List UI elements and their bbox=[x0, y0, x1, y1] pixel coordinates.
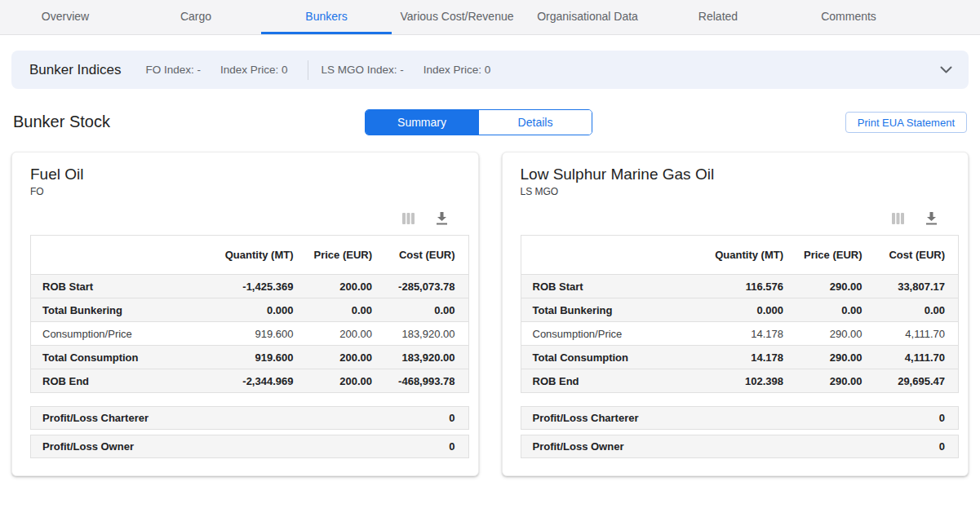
row-quantity: 919.600 bbox=[215, 322, 307, 346]
table-row-consumption-price: Consumption/Price 14.178 290.00 4,111.70 bbox=[521, 322, 959, 346]
pnl-value: 0 bbox=[939, 440, 958, 453]
pnl-value: 0 bbox=[449, 440, 468, 453]
table-columns-icon[interactable] bbox=[402, 213, 415, 224]
fuel-oil-table: Quantity (MT) Price (EUR) Cost (EUR) ROB… bbox=[30, 235, 469, 393]
row-price: 0.00 bbox=[796, 298, 876, 322]
fuel-oil-card: Fuel Oil FO Quantity (MT) Price (EUR) Co… bbox=[11, 152, 479, 476]
column-header-cost: Cost (EUR) bbox=[385, 236, 468, 275]
tab-various-cost-revenue[interactable]: Various Cost/Revenue bbox=[392, 0, 522, 34]
table-row-consumption-price: Consumption/Price 919.600 200.00 183,920… bbox=[31, 322, 469, 346]
column-header-quantity: Quantity (MT) bbox=[215, 236, 307, 275]
row-cost: 183,920.00 bbox=[385, 322, 468, 346]
row-cost: 4,111.70 bbox=[876, 346, 959, 369]
row-price: 200.00 bbox=[306, 322, 385, 346]
pnl-value: 0 bbox=[939, 412, 958, 424]
ls-mgo-index-price: Index Price: 0 bbox=[423, 64, 491, 76]
row-price: 200.00 bbox=[306, 346, 385, 369]
column-header-quantity: Quantity (MT) bbox=[704, 236, 796, 275]
row-price: 0.00 bbox=[306, 298, 385, 322]
column-header-price: Price (EUR) bbox=[796, 236, 876, 275]
tab-related[interactable]: Related bbox=[653, 0, 783, 34]
row-cost: 0.00 bbox=[385, 298, 468, 322]
row-cost: -285,073.78 bbox=[385, 275, 468, 298]
column-header-empty bbox=[31, 236, 215, 275]
summary-toggle-button[interactable]: Summary bbox=[366, 110, 478, 135]
row-price: 200.00 bbox=[306, 369, 385, 393]
bunker-indices-title: Bunker Indices bbox=[29, 62, 121, 78]
row-quantity: -1,425.369 bbox=[215, 275, 307, 298]
bunker-stock-cards: Fuel Oil FO Quantity (MT) Price (EUR) Co… bbox=[11, 152, 969, 476]
bunker-stock-title: Bunker Stock bbox=[13, 113, 110, 131]
row-label: Consumption/Price bbox=[521, 322, 704, 346]
row-quantity: 14.178 bbox=[704, 346, 796, 369]
row-quantity: 116.576 bbox=[704, 275, 796, 298]
card-code: LS MGO bbox=[521, 186, 960, 197]
card-code: FO bbox=[30, 186, 469, 197]
profit-loss-owner-row: Profit/Loss Owner 0 bbox=[30, 435, 469, 458]
row-label: ROB End bbox=[521, 369, 704, 393]
profit-loss-charterer-row: Profit/Loss Charterer 0 bbox=[521, 406, 960, 430]
chevron-down-icon[interactable] bbox=[940, 66, 952, 73]
row-cost: 4,111.70 bbox=[876, 322, 959, 346]
row-label: Total Bunkering bbox=[31, 298, 215, 322]
indices-divider bbox=[308, 60, 308, 80]
row-cost: 183,920.00 bbox=[385, 346, 468, 369]
row-cost: 0.00 bbox=[876, 298, 959, 322]
pnl-label: Profit/Loss Charterer bbox=[31, 412, 149, 424]
table-row-total-bunkering: Total Bunkering 0.000 0.00 0.00 bbox=[521, 298, 959, 322]
pnl-label: Profit/Loss Owner bbox=[521, 440, 624, 453]
row-quantity: 102.398 bbox=[704, 369, 796, 393]
row-label: ROB Start bbox=[31, 275, 215, 298]
pnl-value: 0 bbox=[449, 412, 468, 424]
bunker-indices-bar: Bunker Indices FO Index: - Index Price: … bbox=[11, 51, 969, 89]
tab-organisational-data[interactable]: Organisational Data bbox=[522, 0, 653, 34]
row-cost: 29,695.47 bbox=[876, 369, 959, 393]
ls-mgo-index-value: LS MGO Index: - bbox=[321, 64, 404, 76]
bunker-stock-header: Bunker Stock Summary Details Print EUA S… bbox=[13, 109, 967, 137]
print-eua-statement-button[interactable]: Print EUA Statement bbox=[845, 112, 967, 133]
row-quantity: 0.000 bbox=[704, 298, 796, 322]
tab-overview[interactable]: Overview bbox=[0, 0, 131, 34]
table-header-row: Quantity (MT) Price (EUR) Cost (EUR) bbox=[31, 236, 469, 275]
table-row-rob-start: ROB Start 116.576 290.00 33,807.17 bbox=[521, 275, 959, 298]
row-label: Total Bunkering bbox=[521, 298, 704, 322]
tab-cargo[interactable]: Cargo bbox=[131, 0, 261, 34]
profit-loss-owner-row: Profit/Loss Owner 0 bbox=[521, 435, 960, 458]
row-label: ROB Start bbox=[521, 275, 704, 298]
row-price: 290.00 bbox=[796, 369, 876, 393]
table-row-total-bunkering: Total Bunkering 0.000 0.00 0.00 bbox=[31, 298, 469, 322]
table-row-rob-end: ROB End -2,344.969 200.00 -468,993.78 bbox=[31, 369, 469, 393]
row-price: 290.00 bbox=[796, 322, 876, 346]
pnl-label: Profit/Loss Owner bbox=[31, 440, 134, 453]
column-header-price: Price (EUR) bbox=[306, 236, 385, 275]
tab-bunkers[interactable]: Bunkers bbox=[261, 0, 392, 34]
table-columns-icon[interactable] bbox=[892, 213, 904, 224]
row-price: 290.00 bbox=[796, 346, 876, 369]
details-toggle-button[interactable]: Details bbox=[478, 110, 592, 135]
table-row-rob-start: ROB Start -1,425.369 200.00 -285,073.78 bbox=[31, 275, 469, 298]
row-quantity: 14.178 bbox=[704, 322, 796, 346]
table-row-total-consumption: Total Consumption 919.600 200.00 183,920… bbox=[31, 346, 469, 369]
column-header-empty bbox=[521, 236, 704, 275]
card-title: Fuel Oil bbox=[30, 166, 469, 183]
row-quantity: 0.000 bbox=[215, 298, 307, 322]
row-price: 290.00 bbox=[796, 275, 876, 298]
ls-mgo-table: Quantity (MT) Price (EUR) Cost (EUR) ROB… bbox=[521, 235, 960, 393]
fo-index-price: Index Price: 0 bbox=[220, 64, 288, 76]
fo-index-value: FO Index: - bbox=[145, 64, 201, 76]
row-cost: -468,993.78 bbox=[385, 369, 468, 393]
pnl-label: Profit/Loss Charterer bbox=[521, 412, 639, 424]
row-price: 200.00 bbox=[306, 275, 385, 298]
table-row-rob-end: ROB End 102.398 290.00 29,695.47 bbox=[521, 369, 959, 393]
row-label: Total Consumption bbox=[31, 346, 215, 369]
table-header-row: Quantity (MT) Price (EUR) Cost (EUR) bbox=[521, 236, 959, 275]
profit-loss-charterer-row: Profit/Loss Charterer 0 bbox=[30, 406, 469, 430]
tab-comments[interactable]: Comments bbox=[783, 0, 914, 34]
row-label: Total Consumption bbox=[521, 346, 704, 369]
download-icon[interactable] bbox=[436, 212, 448, 225]
card-title: Low Sulphur Marine Gas Oil bbox=[521, 166, 960, 183]
summary-details-toggle: Summary Details bbox=[365, 109, 592, 135]
ls-mgo-card: Low Sulphur Marine Gas Oil LS MGO Quanti… bbox=[502, 152, 969, 476]
download-icon[interactable] bbox=[925, 212, 938, 225]
row-cost: 33,807.17 bbox=[876, 275, 959, 298]
